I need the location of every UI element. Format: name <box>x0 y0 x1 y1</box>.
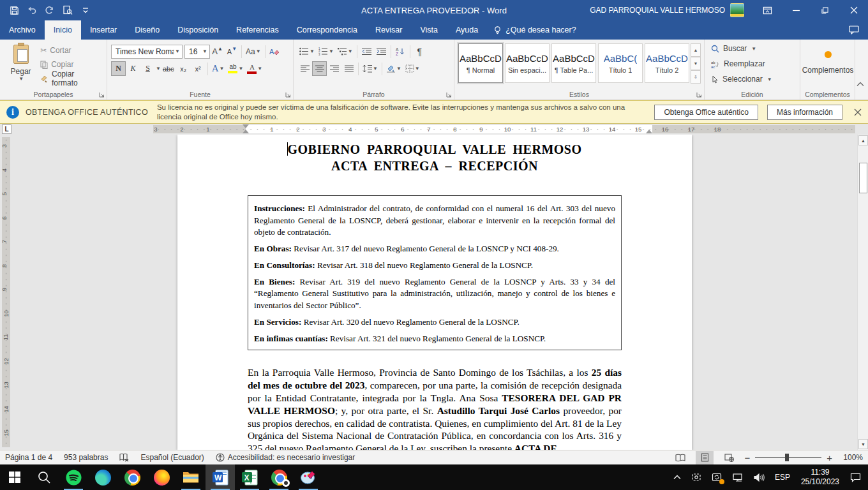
document-page[interactable]: GOBIERNO PARROQUIAL VALLE HERMOSO ACTA E… <box>177 135 692 450</box>
start-button[interactable] <box>0 464 29 490</box>
style-card[interactable]: AaBbCcD¶ Table Pa... <box>551 43 596 83</box>
taskbar-file-explorer-icon[interactable] <box>176 464 206 490</box>
taskbar-search-icon[interactable] <box>29 464 59 490</box>
multilevel-list-button[interactable]: ▼ <box>336 44 355 59</box>
format-painter-button[interactable]: Copiar formato <box>38 71 104 85</box>
ribbon-display-options-icon[interactable] <box>753 0 782 20</box>
subscript-button[interactable]: x₂ <box>176 61 191 76</box>
tab-stop-selector[interactable]: L <box>2 124 11 134</box>
close-button[interactable] <box>839 0 868 20</box>
feedback-icon[interactable] <box>849 26 859 34</box>
print-layout-button[interactable] <box>696 451 714 464</box>
vertical-ruler[interactable]: 3456789101112131415 <box>2 137 10 447</box>
font-size-combo[interactable]: 16▼ <box>184 45 210 59</box>
tray-update-icon[interactable] <box>707 464 726 490</box>
style-card[interactable]: AaBbCcDTítulo 2 <box>645 43 689 83</box>
strikethrough-button[interactable]: abc <box>161 61 176 76</box>
superscript-button[interactable]: x² <box>191 61 206 76</box>
tray-app-icon[interactable] <box>687 464 706 490</box>
zoom-slider-thumb[interactable] <box>785 454 789 461</box>
tab-referencias[interactable]: Referencias <box>227 20 288 40</box>
first-line-indent-marker[interactable] <box>243 124 249 128</box>
font-color-button[interactable]: A▼ <box>245 61 264 76</box>
taskbar-chrome-profile-icon[interactable] <box>264 464 294 490</box>
tab-insertar[interactable]: Insertar <box>81 20 126 40</box>
align-center-button[interactable] <box>312 61 327 76</box>
more-info-button[interactable]: Más información <box>767 105 842 120</box>
customize-quick-access-icon[interactable] <box>78 3 93 18</box>
tab-archivo[interactable]: Archivo <box>0 20 45 40</box>
maximize-button[interactable] <box>811 0 839 20</box>
style-card[interactable]: AaBbCcDcSin espaci... <box>505 43 550 83</box>
scroll-up-icon[interactable]: ▲ <box>858 135 868 145</box>
network-icon[interactable] <box>728 464 748 490</box>
tab-vista[interactable]: Vista <box>411 20 447 40</box>
language-indicator[interactable]: Español (Ecuador) <box>140 453 204 462</box>
bullets-button[interactable]: ▼ <box>297 44 317 59</box>
print-preview-icon[interactable] <box>60 3 75 18</box>
language-tray-indicator[interactable]: ESP <box>770 464 795 490</box>
taskbar-word-icon[interactable]: W <box>206 464 235 490</box>
align-left-button[interactable] <box>297 61 312 76</box>
zoom-slider[interactable] <box>755 457 821 458</box>
zoom-percentage[interactable]: 100% <box>839 453 863 462</box>
tab-revisar[interactable]: Revisar <box>366 20 411 40</box>
decrease-indent-button[interactable] <box>359 44 374 59</box>
zoom-in-icon[interactable]: + <box>827 453 832 463</box>
proofing-icon[interactable] <box>119 453 129 462</box>
grow-font-button[interactable]: A▲ <box>210 44 225 59</box>
italic-button[interactable]: K <box>126 61 140 76</box>
align-right-button[interactable] <box>327 61 341 76</box>
shrink-font-button[interactable]: A▼ <box>225 44 239 59</box>
tab-ayuda[interactable]: Ayuda <box>447 20 487 40</box>
taskbar-spotify-icon[interactable] <box>59 464 88 490</box>
highlight-button[interactable]: ab▼ <box>226 61 245 76</box>
page-indicator[interactable]: Página 1 de 4 <box>5 453 52 462</box>
select-button[interactable]: Seleccionar▼ <box>708 71 797 87</box>
account-avatar[interactable] <box>730 3 744 17</box>
style-card[interactable]: AaBbCcDc¶ Normal <box>458 43 503 83</box>
line-spacing-button[interactable]: ▼ <box>361 61 380 76</box>
numbering-button[interactable]: 123▼ <box>317 44 336 59</box>
minimize-button[interactable] <box>782 0 811 20</box>
word-count[interactable]: 953 palabras <box>64 453 108 462</box>
collapse-ribbon-icon[interactable] <box>857 82 864 87</box>
style-card[interactable]: AaBbC(Título 1 <box>598 43 643 83</box>
ruler-strip[interactable]: 321123456789101112131415161718 <box>153 125 855 133</box>
web-layout-button[interactable] <box>720 451 738 464</box>
clear-formatting-button[interactable]: A <box>267 44 282 59</box>
addins-button[interactable]: Complementos <box>804 42 851 88</box>
scrollbar-thumb[interactable] <box>859 163 867 193</box>
taskbar-edge-icon[interactable] <box>88 464 117 490</box>
tab-disposición[interactable]: Disposición <box>168 20 227 40</box>
right-indent-marker[interactable] <box>646 130 652 133</box>
read-mode-button[interactable] <box>671 451 689 464</box>
save-button[interactable] <box>6 3 22 18</box>
tell-me-box[interactable]: ¿Qué desea hacer? <box>487 20 583 40</box>
paste-button[interactable]: Pegar ▼ <box>4 42 38 88</box>
tab-diseño[interactable]: Diseño <box>126 20 168 40</box>
increase-indent-button[interactable] <box>374 44 389 59</box>
action-center-icon[interactable] <box>846 464 865 490</box>
tray-chevron-icon[interactable] <box>669 464 685 490</box>
tab-inicio[interactable]: Inicio <box>45 20 81 40</box>
underline-dropdown-icon[interactable]: ▼ <box>156 66 161 71</box>
bold-button[interactable]: N <box>111 61 126 76</box>
vertical-scrollbar[interactable]: ▲ ▼ <box>857 135 868 450</box>
shading-button[interactable]: ▼ <box>384 61 403 76</box>
hanging-indent-marker[interactable] <box>243 130 249 133</box>
borders-button[interactable]: ▼ <box>403 61 422 76</box>
justify-button[interactable] <box>341 61 356 76</box>
account-name[interactable]: GAD PARROQUIAL VALLE HERMOSO <box>590 6 725 15</box>
scroll-down-icon[interactable]: ▼ <box>858 439 868 449</box>
taskbar-paint3d-icon[interactable] <box>294 464 323 490</box>
banner-close-icon[interactable] <box>854 108 862 116</box>
volume-icon[interactable] <box>749 464 769 490</box>
styles-dialog-launcher[interactable] <box>696 92 702 98</box>
tab-correspondencia[interactable]: Correspondencia <box>288 20 366 40</box>
styles-scroll-up-icon[interactable]: ▲ <box>691 43 701 57</box>
find-button[interactable]: Buscar▼ <box>708 41 797 56</box>
redo-icon[interactable] <box>42 3 57 18</box>
zoom-out-icon[interactable]: − <box>744 453 750 463</box>
clipboard-dialog-launcher[interactable] <box>99 92 105 98</box>
